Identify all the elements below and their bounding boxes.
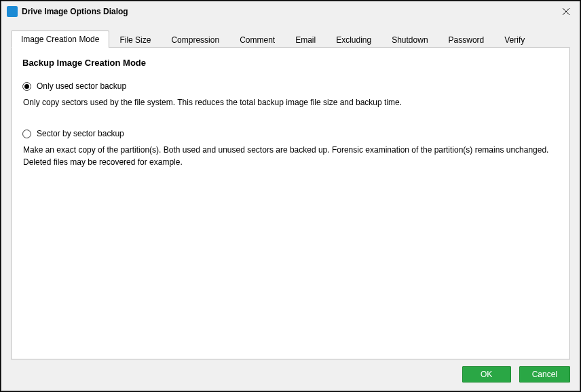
titlebar: Drive Image Options Dialog <box>1 1 580 22</box>
ok-button[interactable]: OK <box>462 366 511 383</box>
tab-file-size[interactable]: File Size <box>109 31 161 48</box>
radio-label[interactable]: Only used sector backup <box>37 81 126 91</box>
tab-verify[interactable]: Verify <box>494 31 535 48</box>
radio-label[interactable]: Sector by sector backup <box>37 129 124 138</box>
radio-only-used-sector[interactable] <box>22 82 31 91</box>
tab-comment[interactable]: Comment <box>229 31 285 48</box>
option-description: Make an exact copy of the partition(s). … <box>23 144 559 168</box>
tab-compression[interactable]: Compression <box>161 31 229 48</box>
dialog-body: Image Creation Mode File Size Compressio… <box>1 22 580 391</box>
tabstrip: Image Creation Mode File Size Compressio… <box>11 30 570 47</box>
option-only-used-sector: Only used sector backup Only copy sector… <box>22 81 559 109</box>
cancel-button[interactable]: Cancel <box>519 366 570 383</box>
tab-panel: Backup Image Creation Mode Only used sec… <box>11 47 570 359</box>
tab-image-creation-mode[interactable]: Image Creation Mode <box>11 31 109 48</box>
svg-rect-0 <box>7 6 18 17</box>
radio-sector-by-sector[interactable] <box>22 130 31 138</box>
radio-row[interactable]: Only used sector backup <box>22 81 559 91</box>
tab-password[interactable]: Password <box>438 31 495 48</box>
dialog-window: Drive Image Options Dialog Image Creatio… <box>1 1 580 391</box>
option-description: Only copy sectors used by the file syste… <box>23 96 559 109</box>
button-row: OK Cancel <box>11 359 570 383</box>
close-icon <box>563 5 569 18</box>
radio-row[interactable]: Sector by sector backup <box>22 129 559 138</box>
tab-excluding[interactable]: Excluding <box>326 31 381 48</box>
tab-shutdown[interactable]: Shutdown <box>381 31 438 48</box>
section-heading: Backup Image Creation Mode <box>22 58 559 68</box>
app-icon <box>7 6 18 17</box>
window-title: Drive Image Options Dialog <box>22 7 552 16</box>
option-sector-by-sector: Sector by sector backup Make an exact co… <box>22 129 559 168</box>
tab-email[interactable]: Email <box>285 31 326 48</box>
close-button[interactable] <box>552 1 580 22</box>
